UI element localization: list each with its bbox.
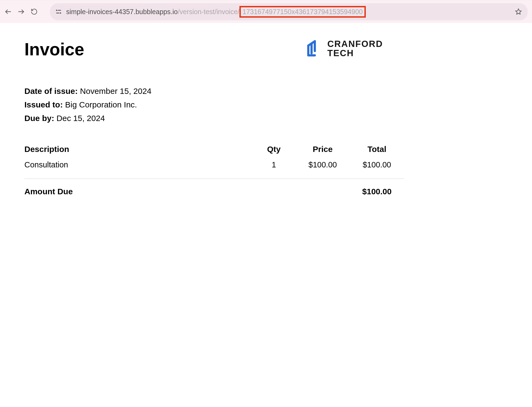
meta-date: Date of issue: November 15, 2024 — [24, 87, 508, 96]
meta-date-value: November 15, 2024 — [80, 87, 152, 96]
th-qty: Qty — [252, 145, 296, 154]
browser-toolbar: simple-invoices-44357.bubbleapps.io/vers… — [0, 1, 532, 23]
logo-text: CRANFORD TECH — [327, 39, 383, 58]
amount-due-value: $100.00 — [350, 187, 404, 196]
url-path: /version-test/invoice/ — [178, 8, 239, 15]
url-host: simple-invoices-44357.bubbleapps.io — [66, 8, 178, 15]
address-bar[interactable]: simple-invoices-44357.bubbleapps.io/vers… — [50, 3, 528, 20]
meta-date-label: Date of issue: — [24, 87, 78, 96]
meta-due-value: Dec 15, 2024 — [56, 114, 105, 123]
th-total: Total — [350, 145, 404, 154]
amount-due-row: Amount Due $100.00 — [24, 187, 404, 196]
svg-rect-4 — [58, 10, 61, 11]
meta-issued-label: Issued to: — [24, 100, 63, 109]
svg-rect-5 — [56, 13, 59, 14]
th-description: Description — [24, 145, 252, 154]
url-id: 1731674977150x436173794153594900 — [242, 8, 363, 15]
url-id-highlight: 1731674977150x436173794153594900 — [239, 6, 366, 18]
table-row: Consultation 1 $100.00 $100.00 — [24, 160, 404, 179]
meta-due-label: Due by: — [24, 114, 54, 123]
logo-text-line2: TECH — [327, 49, 383, 58]
td-total: $100.00 — [350, 160, 404, 169]
line-items-table: Description Qty Price Total Consultation… — [24, 145, 404, 179]
meta-due: Due by: Dec 15, 2024 — [24, 114, 508, 123]
header-row: Invoice CRANFORD TECH — [24, 39, 508, 59]
meta-issued-value: Big Corporation Inc. — [65, 100, 137, 109]
logo-mark-icon — [306, 40, 322, 58]
td-price: $100.00 — [296, 160, 350, 169]
site-settings-icon[interactable] — [55, 8, 62, 15]
td-description: Consultation — [24, 160, 252, 169]
forward-button[interactable] — [17, 8, 25, 15]
td-qty: 1 — [252, 160, 296, 169]
svg-point-3 — [56, 10, 57, 11]
th-price: Price — [296, 145, 350, 154]
bookmark-star-icon[interactable] — [515, 8, 522, 15]
page-title: Invoice — [24, 39, 84, 59]
page-content: Invoice CRANFORD TECH D — [0, 23, 532, 212]
back-button[interactable] — [4, 8, 12, 15]
amount-due-label: Amount Due — [24, 187, 350, 196]
url-text: simple-invoices-44357.bubbleapps.io/vers… — [66, 6, 510, 18]
logo-text-line1: CRANFORD — [327, 39, 383, 49]
company-logo: CRANFORD TECH — [306, 39, 383, 58]
svg-marker-7 — [515, 9, 521, 14]
svg-point-6 — [60, 12, 61, 14]
invoice-meta: Date of issue: November 15, 2024 Issued … — [24, 87, 508, 123]
meta-issued: Issued to: Big Corporation Inc. — [24, 100, 508, 109]
divider — [24, 179, 404, 179]
table-header: Description Qty Price Total — [24, 145, 404, 160]
reload-button[interactable] — [30, 8, 38, 15]
